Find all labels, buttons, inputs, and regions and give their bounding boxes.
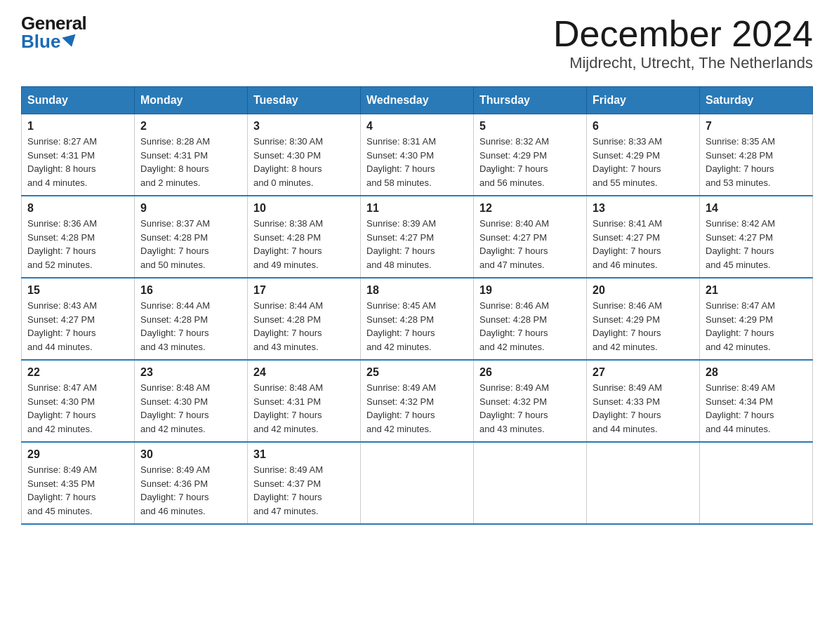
- day-number: 27: [593, 366, 694, 379]
- day-info: Sunrise: 8:49 AM Sunset: 4:35 PM Dayligh…: [27, 463, 128, 518]
- col-monday: Monday: [135, 87, 248, 114]
- day-number: 15: [27, 284, 128, 297]
- day-info: Sunrise: 8:36 AM Sunset: 4:28 PM Dayligh…: [27, 217, 128, 271]
- week-row-2: 8Sunrise: 8:36 AM Sunset: 4:28 PM Daylig…: [22, 196, 813, 278]
- day-number: 9: [140, 202, 241, 215]
- day-number: 13: [593, 202, 694, 215]
- day-number: 18: [366, 284, 468, 297]
- calendar-cell: [361, 442, 474, 524]
- calendar-cell: 11Sunrise: 8:39 AM Sunset: 4:27 PM Dayli…: [361, 196, 474, 278]
- day-number: 25: [366, 366, 468, 379]
- location-title: Mijdrecht, Utrecht, The Netherlands: [553, 54, 813, 72]
- month-title: December 2024: [553, 14, 813, 54]
- day-number: 24: [253, 366, 355, 379]
- day-info: Sunrise: 8:38 AM Sunset: 4:28 PM Dayligh…: [253, 217, 355, 271]
- calendar-body: 1Sunrise: 8:27 AM Sunset: 4:31 PM Daylig…: [22, 114, 813, 525]
- day-info: Sunrise: 8:39 AM Sunset: 4:27 PM Dayligh…: [366, 217, 468, 271]
- day-info: Sunrise: 8:30 AM Sunset: 4:30 PM Dayligh…: [253, 135, 355, 189]
- calendar-cell: 27Sunrise: 8:49 AM Sunset: 4:33 PM Dayli…: [587, 360, 700, 442]
- day-info: Sunrise: 8:42 AM Sunset: 4:27 PM Dayligh…: [706, 217, 807, 271]
- logo-triangle-icon: [62, 34, 79, 49]
- day-info: Sunrise: 8:43 AM Sunset: 4:27 PM Dayligh…: [27, 299, 128, 354]
- logo-blue-text: Blue: [21, 32, 86, 51]
- day-number: 20: [593, 284, 694, 297]
- day-number: 22: [27, 366, 128, 379]
- day-number: 23: [140, 366, 241, 379]
- day-info: Sunrise: 8:33 AM Sunset: 4:29 PM Dayligh…: [593, 135, 694, 189]
- day-number: 16: [140, 284, 241, 297]
- calendar-cell: 19Sunrise: 8:46 AM Sunset: 4:28 PM Dayli…: [474, 278, 587, 360]
- calendar-cell: [587, 442, 700, 524]
- day-number: 5: [479, 120, 581, 133]
- week-row-1: 1Sunrise: 8:27 AM Sunset: 4:31 PM Daylig…: [22, 114, 813, 196]
- calendar-cell: 18Sunrise: 8:45 AM Sunset: 4:28 PM Dayli…: [361, 278, 474, 360]
- day-number: 11: [366, 202, 468, 215]
- day-info: Sunrise: 8:48 AM Sunset: 4:31 PM Dayligh…: [253, 381, 355, 436]
- calendar-cell: 17Sunrise: 8:44 AM Sunset: 4:28 PM Dayli…: [248, 278, 361, 360]
- calendar-cell: 20Sunrise: 8:46 AM Sunset: 4:29 PM Dayli…: [587, 278, 700, 360]
- day-number: 26: [479, 366, 581, 379]
- calendar-cell: 1Sunrise: 8:27 AM Sunset: 4:31 PM Daylig…: [22, 114, 135, 196]
- day-info: Sunrise: 8:40 AM Sunset: 4:27 PM Dayligh…: [479, 217, 581, 271]
- title-block: December 2024 Mijdrecht, Utrecht, The Ne…: [553, 14, 813, 72]
- day-info: Sunrise: 8:47 AM Sunset: 4:29 PM Dayligh…: [706, 299, 807, 354]
- day-info: Sunrise: 8:46 AM Sunset: 4:29 PM Dayligh…: [593, 299, 694, 354]
- calendar-cell: 13Sunrise: 8:41 AM Sunset: 4:27 PM Dayli…: [587, 196, 700, 278]
- day-info: Sunrise: 8:44 AM Sunset: 4:28 PM Dayligh…: [253, 299, 355, 354]
- day-number: 3: [253, 120, 355, 133]
- day-info: Sunrise: 8:49 AM Sunset: 4:37 PM Dayligh…: [253, 463, 355, 518]
- col-tuesday: Tuesday: [248, 87, 361, 114]
- day-number: 14: [706, 202, 807, 215]
- header-row: Sunday Monday Tuesday Wednesday Thursday…: [22, 87, 813, 114]
- day-number: 12: [479, 202, 581, 215]
- col-wednesday: Wednesday: [361, 87, 474, 114]
- day-number: 30: [140, 448, 241, 461]
- day-info: Sunrise: 8:44 AM Sunset: 4:28 PM Dayligh…: [140, 299, 241, 354]
- week-row-5: 29Sunrise: 8:49 AM Sunset: 4:35 PM Dayli…: [22, 442, 813, 524]
- day-number: 28: [706, 366, 807, 379]
- calendar-cell: 25Sunrise: 8:49 AM Sunset: 4:32 PM Dayli…: [361, 360, 474, 442]
- calendar-cell: 14Sunrise: 8:42 AM Sunset: 4:27 PM Dayli…: [700, 196, 813, 278]
- day-number: 4: [366, 120, 468, 133]
- calendar-cell: 15Sunrise: 8:43 AM Sunset: 4:27 PM Dayli…: [22, 278, 135, 360]
- calendar-cell: 29Sunrise: 8:49 AM Sunset: 4:35 PM Dayli…: [22, 442, 135, 524]
- calendar-cell: 4Sunrise: 8:31 AM Sunset: 4:30 PM Daylig…: [361, 114, 474, 196]
- day-info: Sunrise: 8:28 AM Sunset: 4:31 PM Dayligh…: [140, 135, 241, 189]
- calendar-cell: 6Sunrise: 8:33 AM Sunset: 4:29 PM Daylig…: [587, 114, 700, 196]
- calendar-header: Sunday Monday Tuesday Wednesday Thursday…: [22, 87, 813, 114]
- day-number: 17: [253, 284, 355, 297]
- page-header: General Blue December 2024 Mijdrecht, Ut…: [21, 14, 813, 72]
- col-thursday: Thursday: [474, 87, 587, 114]
- calendar-cell: 26Sunrise: 8:49 AM Sunset: 4:32 PM Dayli…: [474, 360, 587, 442]
- day-number: 2: [140, 120, 241, 133]
- day-info: Sunrise: 8:49 AM Sunset: 4:33 PM Dayligh…: [593, 381, 694, 436]
- day-number: 6: [593, 120, 694, 133]
- calendar-cell: 21Sunrise: 8:47 AM Sunset: 4:29 PM Dayli…: [700, 278, 813, 360]
- day-info: Sunrise: 8:37 AM Sunset: 4:28 PM Dayligh…: [140, 217, 241, 271]
- calendar-cell: 24Sunrise: 8:48 AM Sunset: 4:31 PM Dayli…: [248, 360, 361, 442]
- day-number: 10: [253, 202, 355, 215]
- calendar-cell: 5Sunrise: 8:32 AM Sunset: 4:29 PM Daylig…: [474, 114, 587, 196]
- col-sunday: Sunday: [22, 87, 135, 114]
- day-info: Sunrise: 8:49 AM Sunset: 4:32 PM Dayligh…: [479, 381, 581, 436]
- logo-general-text: General: [21, 14, 86, 32]
- calendar-cell: 2Sunrise: 8:28 AM Sunset: 4:31 PM Daylig…: [135, 114, 248, 196]
- day-info: Sunrise: 8:35 AM Sunset: 4:28 PM Dayligh…: [706, 135, 807, 189]
- day-number: 7: [706, 120, 807, 133]
- calendar-table: Sunday Monday Tuesday Wednesday Thursday…: [21, 86, 813, 525]
- calendar-cell: 8Sunrise: 8:36 AM Sunset: 4:28 PM Daylig…: [22, 196, 135, 278]
- calendar-cell: 3Sunrise: 8:30 AM Sunset: 4:30 PM Daylig…: [248, 114, 361, 196]
- calendar-cell: [474, 442, 587, 524]
- day-info: Sunrise: 8:32 AM Sunset: 4:29 PM Dayligh…: [479, 135, 581, 189]
- day-info: Sunrise: 8:49 AM Sunset: 4:34 PM Dayligh…: [706, 381, 807, 436]
- calendar-cell: 23Sunrise: 8:48 AM Sunset: 4:30 PM Dayli…: [135, 360, 248, 442]
- day-number: 29: [27, 448, 128, 461]
- day-number: 21: [706, 284, 807, 297]
- week-row-3: 15Sunrise: 8:43 AM Sunset: 4:27 PM Dayli…: [22, 278, 813, 360]
- day-number: 19: [479, 284, 581, 297]
- calendar-cell: 16Sunrise: 8:44 AM Sunset: 4:28 PM Dayli…: [135, 278, 248, 360]
- day-info: Sunrise: 8:46 AM Sunset: 4:28 PM Dayligh…: [479, 299, 581, 354]
- day-info: Sunrise: 8:27 AM Sunset: 4:31 PM Dayligh…: [27, 135, 128, 189]
- day-info: Sunrise: 8:49 AM Sunset: 4:36 PM Dayligh…: [140, 463, 241, 518]
- calendar-cell: 10Sunrise: 8:38 AM Sunset: 4:28 PM Dayli…: [248, 196, 361, 278]
